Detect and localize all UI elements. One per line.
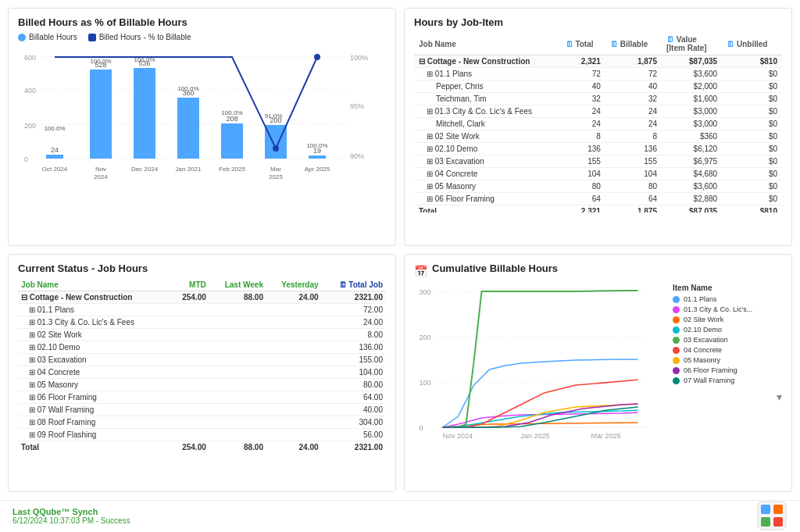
sync-info: Last QQube™ Synch 6/12/2024 10:37:03 PM … [12, 507, 130, 525]
hours-table-container[interactable]: Job Name 🗓 Total 🗓 Billable 🗓 Value[Item… [414, 33, 782, 212]
row-billable: 80 [605, 180, 662, 193]
status-row-val: 254.00 [170, 291, 209, 304]
sync-date: 6/12/2024 10:37:03 PM - Success [12, 516, 130, 525]
row-name: ⊞ 06 Floor Framing [414, 193, 561, 205]
row-total: 2,321 [561, 55, 605, 68]
status-row-val [209, 429, 266, 441]
status-table-container[interactable]: Job Name MTD Last Week Yesterday 🗓 Total… [18, 279, 386, 451]
status-row: ⊞ 04 Concrete104.00 [18, 366, 386, 379]
col-lw: Last Week [209, 279, 266, 291]
row-billable: 24 [605, 118, 662, 130]
svg-text:400: 400 [24, 87, 36, 95]
status-row-name: ⊞ 07 Wall Framing [18, 404, 170, 416]
svg-text:2024: 2024 [94, 173, 108, 180]
row-value: $87,035 [662, 55, 722, 68]
row-unbilled: $0 [722, 93, 782, 105]
hours-row: ⊟ Cottage - New Construction2,3211,875$8… [414, 55, 782, 68]
row-total: 64 [561, 193, 605, 205]
status-row-val: 80.00 [322, 379, 386, 391]
row-unbilled: $0 [722, 155, 782, 168]
svg-text:Feb 2025: Feb 2025 [219, 166, 245, 173]
status-total-yd: 24.00 [266, 441, 322, 452]
status-row-val [170, 329, 209, 341]
status-total-row: Total 254.00 88.00 24.00 2321.00 [18, 441, 386, 452]
status-row-name: ⊞ 01.3 City & Co. Lic's & Fees [18, 316, 170, 329]
svg-text:Mar: Mar [270, 166, 281, 173]
status-row-name: ⊞ 01.1 Plans [18, 304, 170, 316]
status-row-val [170, 366, 209, 379]
sync-label[interactable]: Last QQube™ Synch [12, 507, 130, 516]
hours-row: ⊞ 05 Masonry8080$3,600$0 [414, 180, 782, 193]
cum-svg: 300 200 100 0 Nov 2024 Jan 2025 Mar 2025 [414, 284, 666, 440]
bar-apr [309, 155, 326, 159]
row-value: $3,000 [662, 105, 722, 118]
billed-hours-chart: 600 400 200 0 24 Oct 2024 528 Nov [18, 46, 386, 187]
svg-rect-47 [773, 505, 783, 514]
billed-pct-label: Billed Hours - % to Billable [99, 33, 191, 41]
row-name: ⊞ 01.1 Plans [414, 68, 561, 80]
svg-text:Mar 2025: Mar 2025 [591, 432, 621, 440]
row-unbilled: $0 [722, 130, 782, 143]
hours-row: ⊞ 01.1 Plans7272$3,600$0 [414, 68, 782, 80]
status-row-name: ⊟ Cottage - New Construction [18, 291, 170, 304]
current-status-panel: Current Status - Job Hours Job Name MTD … [8, 254, 396, 492]
status-row-val: 8.00 [322, 329, 386, 341]
row-total: 24 [561, 118, 605, 130]
col-billable: 🗓 Billable [605, 33, 662, 55]
row-value: $3,600 [662, 68, 722, 80]
qqube-logo [756, 500, 788, 531]
status-row-val: 72.00 [322, 304, 386, 316]
row-total: 104 [561, 168, 605, 180]
cum-legend-dot [673, 367, 680, 374]
status-row-val: 64.00 [322, 391, 386, 404]
status-row-val [266, 366, 322, 379]
cum-legend-item: 05 Masonry [673, 356, 782, 364]
cum-legend-dot [673, 357, 680, 364]
row-value: $1,600 [662, 93, 722, 105]
legend-dropdown-icon[interactable]: ▾ [673, 391, 782, 403]
row-value: $2,000 [662, 80, 722, 93]
row-name: ⊞ 05 Masonry [414, 180, 561, 193]
cum-legend-dot [673, 316, 680, 323]
row-unbilled: $0 [722, 118, 782, 130]
row-value: $2,880 [662, 193, 722, 205]
status-row: ⊞ 02 Site Work8.00 [18, 329, 386, 341]
row-unbilled: $0 [722, 68, 782, 80]
row-name: Teichman, Tim [414, 93, 561, 105]
status-row: ⊞ 09 Roof Flashing56.00 [18, 429, 386, 441]
svg-text:100.0%: 100.0% [221, 109, 242, 116]
svg-text:Oct 2024: Oct 2024 [42, 166, 68, 173]
svg-text:200: 200 [420, 334, 431, 341]
status-row-name: ⊞ 06 Floor Framing [18, 391, 170, 404]
svg-text:100.0%: 100.0% [44, 125, 65, 132]
row-total: 80 [561, 180, 605, 193]
svg-text:2025: 2025 [269, 173, 283, 180]
bar-jan [177, 98, 199, 159]
status-row-val [170, 391, 209, 404]
status-row-name: ⊞ 08 Roof Framing [18, 416, 170, 429]
row-name: ⊞ 01.3 City & Co. Lic's & Fees [414, 105, 561, 118]
hours-row: ⊞ 02 Site Work88$360$0 [414, 130, 782, 143]
cumulative-panel: 📅 Cumulative Billable Hours 300 200 100 … [404, 254, 792, 492]
status-row-name: ⊞ 03 Excavation [18, 354, 170, 366]
status-row: ⊞ 03 Excavation155.00 [18, 354, 386, 366]
billable-label: Billable Hours [29, 33, 77, 41]
cum-legend-label: 01.3 City & Co. Lic's... [684, 305, 752, 313]
row-unbilled: $810 [722, 55, 782, 68]
hours-row: Teichman, Tim3232$1,600$0 [414, 93, 782, 105]
col-unbilled: 🗓 Unbilled [722, 33, 782, 55]
cum-legend-title: Item Name [673, 284, 782, 292]
row-billable: 64 [605, 193, 662, 205]
status-row-val [209, 341, 266, 354]
row-name: ⊟ Cottage - New Construction [414, 55, 561, 68]
status-row-val [209, 404, 266, 416]
row-name: ⊞ 03 Excavation [414, 155, 561, 168]
billed-pct-dot [88, 34, 96, 41]
svg-rect-49 [773, 517, 783, 527]
row-value: $6,975 [662, 155, 722, 168]
status-row-val [266, 404, 322, 416]
status-row: ⊞ 05 Masonry80.00 [18, 379, 386, 391]
row-total: 24 [561, 105, 605, 118]
hours-row: ⊞ 01.3 City & Co. Lic's & Fees2424$3,000… [414, 105, 782, 118]
col-value: 🗓 Value[Item Rate] [662, 33, 722, 55]
